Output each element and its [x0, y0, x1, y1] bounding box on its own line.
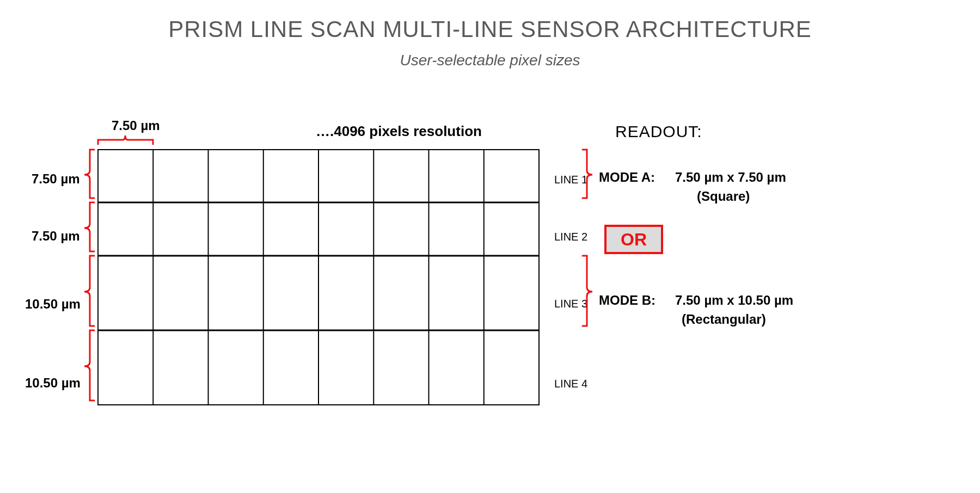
mode-a-size: 7.50 µm x 7.50 µm [675, 170, 786, 185]
or-box: OR [604, 225, 663, 254]
page-subtitle: User-selectable pixel sizes [0, 52, 980, 69]
mode-b-size: 7.50 µm x 10.50 µm [675, 293, 793, 308]
mode-b-label: MODE B: [599, 293, 656, 308]
mode-a-label: MODE A: [599, 170, 655, 185]
sensor-diagram [33, 121, 593, 426]
mode-a-shape: (Square) [697, 189, 750, 204]
readout-header: READOUT: [615, 122, 702, 141]
page-title: PRISM LINE SCAN MULTI-LINE SENSOR ARCHIT… [0, 16, 980, 42]
mode-b-shape: (Rectangular) [682, 312, 766, 327]
